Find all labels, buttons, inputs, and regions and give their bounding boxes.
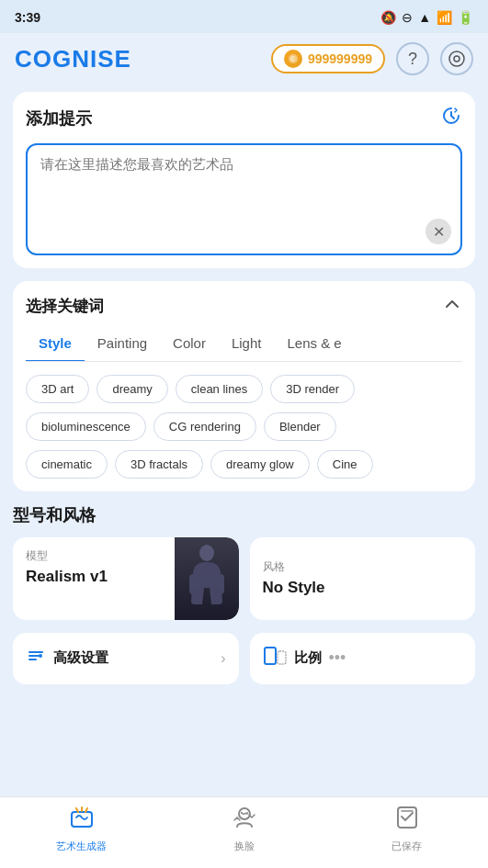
art-generator-icon (69, 805, 95, 836)
svg-point-4 (199, 545, 214, 561)
header: COGNISE © 999999999 ? (0, 33, 488, 85)
wifi-icon: ▲ (418, 10, 431, 25)
advanced-row: 高级设置 › 比例 ••• (13, 633, 475, 684)
status-bar: 3:39 🔕 ⊖ ▲ 📶 🔋 (0, 0, 488, 33)
tag-row-1: 3D art dreamy clean lines 3D render (26, 375, 462, 403)
clear-button[interactable]: ✕ (426, 219, 451, 244)
nav-art-generator[interactable]: 艺术生成器 (50, 805, 114, 853)
keyword-title: 选择关键词 (26, 296, 104, 317)
model-section: 型号和风格 模型 Realism v1 (13, 504, 475, 684)
advanced-label: 高级设置 (53, 649, 108, 667)
svg-point-3 (454, 56, 460, 62)
tab-color[interactable]: Color (160, 330, 219, 362)
nav-face-label: 换脸 (234, 840, 255, 853)
coins-icon: © (284, 50, 302, 68)
coins-amount: 999999999 (308, 51, 372, 66)
svg-point-12 (241, 812, 243, 814)
svg-rect-6 (217, 574, 224, 594)
status-time: 3:39 (15, 10, 40, 25)
svg-rect-10 (72, 812, 92, 827)
tag-cine[interactable]: Cine (317, 450, 373, 479)
prompt-header: 添加提示 (26, 105, 462, 132)
model-figure (175, 537, 239, 620)
tag-blender[interactable]: Blender (264, 412, 336, 441)
main-content: 添加提示 ✕ 选择关键词 Style (0, 85, 488, 758)
notification-icon: 🔕 (380, 10, 396, 25)
tag-3d-fractals[interactable]: 3D fractals (115, 450, 203, 479)
model-image (175, 537, 239, 620)
svg-point-2 (449, 51, 464, 66)
tag-cinematic[interactable]: cinematic (26, 450, 108, 479)
prompt-section: 添加提示 ✕ (13, 92, 475, 268)
tag-cg-rendering[interactable]: CG rendering (153, 412, 256, 441)
svg-rect-9 (278, 651, 286, 664)
keyword-section: 选择关键词 Style Painting Color Light Lens & … (13, 281, 475, 491)
tag-rows: 3D art dreamy clean lines 3D render biol… (26, 375, 462, 479)
model-cards: 模型 Realism v1 风格 (13, 537, 475, 620)
help-button[interactable]: ? (396, 42, 429, 75)
keyword-tabs: Style Painting Color Light Lens & e (26, 330, 462, 362)
nav-saved[interactable]: 已保存 (375, 805, 439, 853)
nav-saved-label: 已保存 (392, 840, 422, 853)
tag-3d-art[interactable]: 3D art (26, 375, 89, 403)
header-actions: © 999999999 ? (271, 42, 473, 75)
logo: COGNISE (15, 45, 131, 73)
model-card[interactable]: 模型 Realism v1 (13, 537, 239, 620)
signal-icon: 📶 (437, 10, 452, 25)
advanced-settings-card[interactable]: 高级设置 › (13, 633, 239, 684)
tab-style[interactable]: Style (26, 330, 85, 362)
svg-point-13 (246, 812, 248, 814)
tab-light[interactable]: Light (219, 330, 275, 362)
prompt-title: 添加提示 (26, 107, 92, 130)
history-icon[interactable] (440, 105, 462, 132)
tag-row-3: cinematic 3D fractals dreamy glow Cine (26, 450, 462, 479)
saved-icon (394, 805, 420, 836)
ratio-more-icon: ••• (329, 648, 346, 668)
model-section-title: 型号和风格 (13, 504, 475, 526)
style-label: 风格 (263, 559, 463, 575)
svg-text:©: © (290, 56, 296, 62)
prompt-input-wrapper: ✕ (26, 143, 462, 255)
settings-icon (26, 646, 46, 671)
tag-bioluminescence[interactable]: bioluminescence (26, 412, 146, 441)
tab-lens[interactable]: Lens & e (274, 330, 354, 362)
style-value: No Style (263, 579, 463, 597)
svg-rect-5 (189, 574, 197, 594)
advanced-chevron-icon: › (221, 650, 225, 667)
chevron-up-icon[interactable] (442, 294, 462, 319)
coins-badge[interactable]: © 999999999 (271, 44, 385, 73)
status-icons: 🔕 ⊖ ▲ 📶 🔋 (380, 10, 473, 25)
nav-art-label: 艺术生成器 (56, 840, 107, 853)
tag-row-2: bioluminescence CG rendering Blender (26, 412, 462, 441)
face-swap-icon (232, 805, 257, 836)
tag-dreamy[interactable]: dreamy (96, 375, 167, 403)
svg-point-7 (39, 654, 42, 658)
style-card[interactable]: 风格 No Style (250, 537, 476, 620)
battery-icon: 🔋 (458, 10, 473, 25)
profile-button[interactable] (440, 42, 473, 75)
keyword-header: 选择关键词 (26, 294, 462, 319)
svg-rect-8 (265, 648, 276, 664)
tab-painting[interactable]: Painting (85, 330, 160, 362)
tag-clean-lines[interactable]: clean lines (176, 375, 263, 403)
ratio-icon (263, 644, 287, 673)
ratio-label: 比例 (294, 649, 322, 667)
prompt-input[interactable] (40, 156, 424, 239)
tag-dreamy-glow[interactable]: dreamy glow (210, 450, 310, 479)
tag-3d-render[interactable]: 3D render (270, 375, 355, 403)
bottom-nav: 艺术生成器 换脸 已保存 (0, 796, 488, 868)
ratio-card[interactable]: 比例 ••• (250, 633, 476, 684)
nav-face-swap[interactable]: 换脸 (212, 805, 277, 853)
minus-icon: ⊖ (402, 10, 413, 25)
